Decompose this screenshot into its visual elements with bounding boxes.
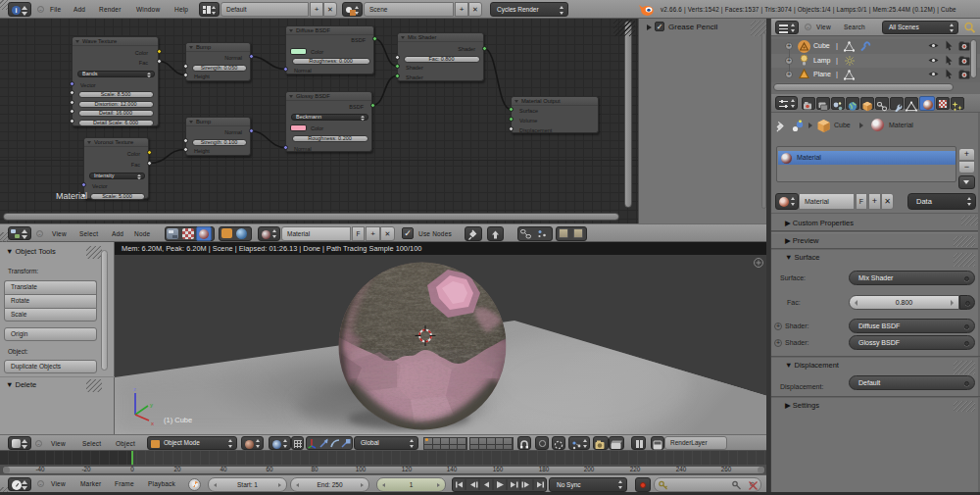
svg-text:x: x (151, 421, 154, 426)
svg-text:(1) Cube: (1) Cube (164, 416, 192, 424)
svg-text:y: y (150, 402, 153, 408)
svg-text:z: z (133, 386, 136, 392)
